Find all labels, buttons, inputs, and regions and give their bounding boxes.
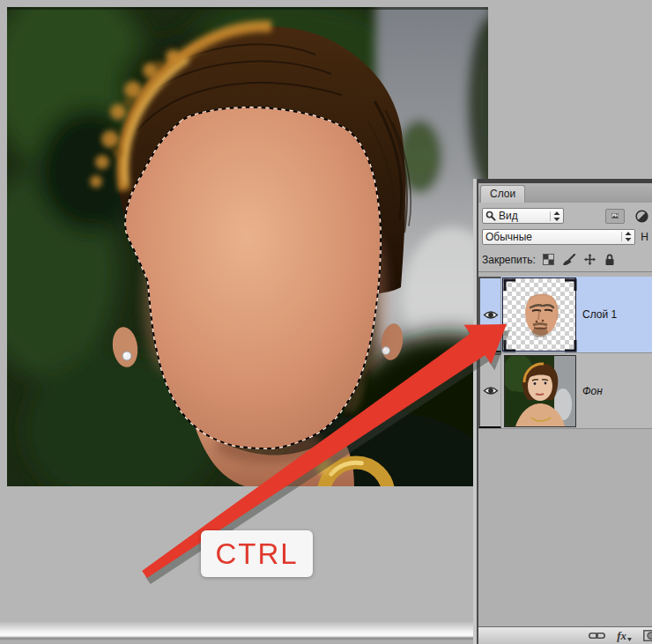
link-layers-button[interactable] — [589, 631, 605, 640]
ctrl-key-label: CTRL — [201, 530, 313, 577]
layer-style-fx-icon: fx — [617, 630, 626, 641]
photo-scene — [7, 7, 488, 486]
lock-transparency-button[interactable] — [543, 254, 554, 265]
lock-transparency-icon — [543, 254, 554, 265]
fx-caret-icon — [627, 638, 632, 641]
tab-layers[interactable]: Слои — [480, 185, 525, 203]
photo-top-edge — [7, 7, 488, 10]
lock-paint-button[interactable] — [562, 254, 575, 266]
layer-name[interactable]: Фон — [582, 385, 603, 397]
layers-panel: Слои Вид — [473, 179, 652, 644]
panel-tab-bar: Слои — [478, 183, 652, 203]
panel-bottom-bar: fx — [478, 626, 652, 644]
layer-filter-row: Вид — [478, 203, 652, 226]
layer-filter-dropdown[interactable]: Вид — [482, 208, 564, 224]
lock-all-icon — [604, 254, 615, 266]
add-layer-mask-button[interactable] — [643, 630, 652, 641]
lock-all-button[interactable] — [604, 254, 615, 266]
blend-mode-value: Обычные — [485, 231, 532, 243]
eye-icon — [483, 310, 499, 320]
lock-move-icon — [583, 253, 596, 266]
lock-row: Закрепить: — [478, 248, 652, 271]
blend-mode-row: Обычные Н — [478, 226, 652, 248]
filter-by-image-button[interactable] — [605, 209, 625, 224]
eye-icon — [483, 386, 499, 396]
document-canvas[interactable] — [7, 7, 488, 486]
layers-empty-area — [478, 429, 652, 626]
lock-move-button[interactable] — [583, 253, 596, 266]
opacity-label-clipped: Н — [641, 231, 648, 243]
layer-thumbnail[interactable] — [504, 355, 576, 427]
adjustment-filter-icon — [635, 210, 648, 223]
layer-row-fon[interactable]: Фон — [478, 353, 652, 429]
dropdown-spinner-icon — [550, 211, 560, 221]
selection-corner-brackets — [503, 278, 577, 352]
layer-visibility-toggle[interactable] — [478, 277, 501, 352]
photoshop-window: Слои Вид — [0, 0, 652, 644]
layer-row-sloy1[interactable]: Слой 1 — [478, 277, 652, 353]
magnifier-icon — [485, 211, 496, 221]
layer-style-fx-button[interactable]: fx — [617, 630, 632, 641]
layer-thumbnail[interactable] — [502, 278, 576, 352]
dropdown-spinner-icon — [621, 232, 632, 241]
layer-name[interactable]: Слой 1 — [582, 308, 617, 321]
background-thumbnail — [505, 356, 575, 426]
blend-mode-dropdown[interactable]: Обычные — [482, 229, 635, 245]
image-filter-icon — [611, 211, 619, 221]
filter-by-adjustment-button[interactable] — [635, 210, 648, 223]
lock-label: Закрепить: — [482, 254, 536, 266]
layer-filter-value: Вид — [499, 210, 518, 222]
link-layers-icon — [589, 631, 605, 640]
ctrl-key-text: CTRL — [215, 537, 298, 571]
lock-paint-icon — [562, 254, 575, 266]
layer-mask-icon — [643, 630, 652, 641]
layer-visibility-toggle[interactable] — [478, 353, 501, 428]
